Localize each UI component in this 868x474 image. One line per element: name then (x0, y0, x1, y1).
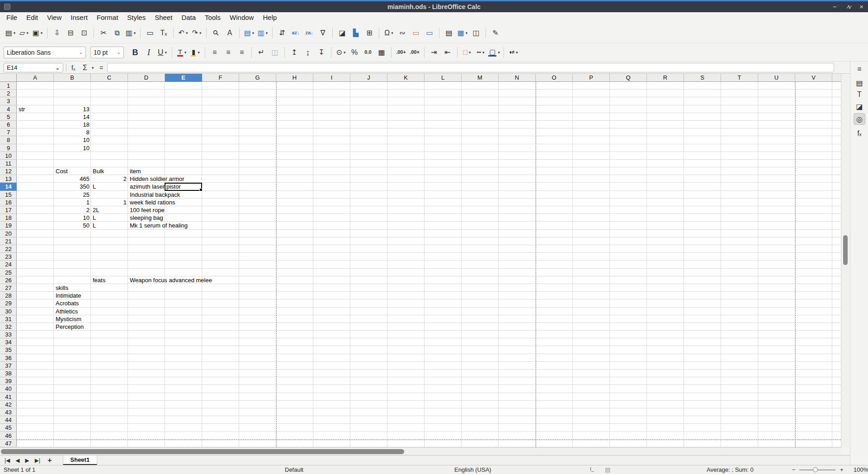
row-header-19[interactable]: 19 (0, 222, 17, 229)
cell-B9[interactable]: 10 (55, 144, 90, 152)
column-header-D[interactable]: D (128, 74, 165, 82)
row-header-40[interactable]: 40 (0, 385, 17, 393)
freeze-rows-columns-icon[interactable]: ▦▾ (457, 27, 468, 39)
format-currency-icon[interactable]: ⊙▾ (335, 46, 347, 59)
zoom-slider-thumb[interactable] (813, 467, 818, 472)
cell-B8[interactable]: 10 (55, 136, 90, 144)
column-header-U[interactable]: U (758, 74, 795, 82)
cell-C13[interactable]: 2 (92, 175, 127, 183)
sort-ascending-icon[interactable]: az↓ (290, 27, 302, 39)
sidebar-settings-icon[interactable]: ≡ (854, 63, 865, 75)
font-size-combo[interactable]: 10 pt ⌄ (90, 47, 124, 58)
row-header-34[interactable]: 34 (0, 338, 17, 346)
format-number-icon[interactable]: 0.0 (362, 46, 374, 59)
background-color-icon[interactable]: ▮▾ (189, 46, 201, 59)
add-decimal-place-icon[interactable]: .00+ (395, 46, 407, 59)
row-header-12[interactable]: 12 (0, 167, 17, 175)
last-sheet-icon[interactable]: ▶| (32, 457, 43, 464)
row-header-37[interactable]: 37 (0, 362, 17, 370)
insert-image-icon[interactable]: ◪ (336, 27, 348, 39)
undo-icon[interactable]: ↶▾ (177, 27, 189, 39)
cell-B30[interactable]: Athletics (56, 308, 78, 315)
cell-D16[interactable]: week field rations (130, 199, 175, 206)
row-header-18[interactable]: 18 (0, 214, 17, 222)
sheet-tab-sheet1[interactable]: Sheet1 (63, 455, 98, 465)
insert-chart-icon[interactable]: ▙ (350, 27, 362, 39)
column-header-P[interactable]: P (573, 74, 610, 82)
row-header-14[interactable]: 14 (0, 183, 17, 190)
delete-decimal-place-icon[interactable]: .00× (409, 46, 420, 59)
name-box[interactable]: E14 ⌄ (4, 63, 63, 72)
insert-comment-icon[interactable]: ▭ (410, 27, 422, 39)
first-sheet-icon[interactable]: |◀ (2, 457, 13, 464)
menu-edit[interactable]: Edit (22, 13, 42, 22)
column-header-S[interactable]: S (684, 74, 721, 82)
column-header-M[interactable]: M (462, 74, 499, 82)
column-header-E[interactable]: E (165, 74, 202, 82)
cell-B31[interactable]: Mysticism (56, 315, 81, 323)
menu-format[interactable]: Format (92, 13, 123, 22)
cell-B32[interactable]: Perception (56, 323, 84, 331)
cell-B17[interactable]: 2 (55, 206, 90, 214)
zoom-out-icon[interactable]: − (792, 466, 796, 473)
format-date-icon[interactable]: ▦ (376, 46, 387, 59)
column-header-N[interactable]: N (499, 74, 536, 82)
cell-D12[interactable]: item (130, 167, 141, 175)
align-top-icon[interactable]: ↥ (288, 46, 300, 59)
row-header-6[interactable]: 6 (0, 121, 17, 128)
minimize-icon[interactable]: − (833, 1, 837, 12)
cell-C16[interactable]: 1 (92, 199, 127, 206)
center-vertically-icon[interactable]: ↨ (302, 46, 314, 59)
border-color-icon[interactable]: ▢▾ (488, 46, 500, 59)
spelling-icon[interactable]: A (224, 27, 236, 39)
row-header-9[interactable]: 9 (0, 144, 17, 152)
row-header-41[interactable]: 41 (0, 393, 17, 401)
zoom-in-icon[interactable]: + (840, 466, 844, 473)
functions-icon[interactable]: fₓ (854, 128, 865, 139)
properties-icon[interactable]: ▤ (854, 77, 865, 89)
vertical-scrollbar[interactable] (841, 74, 849, 447)
cell-B6[interactable]: 18 (55, 121, 90, 128)
row-header-21[interactable]: 21 (0, 237, 17, 245)
horizontal-scrollbar[interactable] (0, 447, 841, 455)
row-header-20[interactable]: 20 (0, 230, 17, 237)
row-header-29[interactable]: 29 (0, 299, 17, 307)
cell-D19[interactable]: Mk 1 serum of healing (130, 222, 188, 229)
menu-file[interactable]: File (2, 13, 22, 22)
column-header-R[interactable]: R (647, 74, 684, 82)
cell-D15[interactable]: Industrial backpack (130, 191, 180, 199)
cell-B7[interactable]: 8 (55, 128, 90, 136)
row-header-2[interactable]: 2 (0, 90, 17, 97)
cell-B19[interactable]: 50 (55, 222, 90, 229)
column-header-A[interactable]: A (17, 74, 54, 82)
column-header-Q[interactable]: Q (610, 74, 647, 82)
previous-sheet-icon[interactable]: ◀ (13, 457, 22, 464)
cell-B15[interactable]: 25 (55, 191, 90, 199)
cell-D13[interactable]: Hidden soldier armor (130, 175, 184, 183)
horizontal-scrollbar-thumb[interactable] (1, 449, 404, 454)
increase-indent-icon[interactable]: ⇥ (428, 46, 440, 59)
print-icon[interactable]: ⊟ (65, 27, 76, 39)
sum-icon[interactable]: Σ (83, 63, 87, 72)
row-header-17[interactable]: 17 (0, 206, 17, 214)
row-header-7[interactable]: 7 (0, 128, 17, 136)
gallery-icon[interactable]: ◪ (854, 100, 865, 112)
cell-B14[interactable]: 350 (55, 183, 90, 190)
cell-B5[interactable]: 14 (55, 113, 90, 121)
cell-D17[interactable]: 100 feet rope (130, 206, 165, 214)
cell-B18[interactable]: 10 (55, 214, 90, 222)
row-header-15[interactable]: 15 (0, 191, 17, 199)
open-icon[interactable]: ▱▾ (18, 27, 30, 39)
row-header-32[interactable]: 32 (0, 323, 17, 331)
navigator-icon[interactable]: ◎ (854, 113, 865, 125)
show-draw-functions-icon[interactable]: ✎ (490, 27, 501, 39)
row-header-36[interactable]: 36 (0, 354, 17, 362)
new-icon[interactable]: ▤▾ (5, 27, 16, 39)
row-header-11[interactable]: 11 (0, 160, 17, 167)
row-header-44[interactable]: 44 (0, 416, 17, 424)
cell-B16[interactable]: 1 (55, 199, 90, 206)
sort-icon[interactable]: ⇵ (276, 27, 288, 39)
menu-insert[interactable]: Insert (66, 13, 92, 22)
paste-icon[interactable]: ▥▾ (125, 27, 137, 39)
column-header-C[interactable]: C (91, 74, 128, 82)
